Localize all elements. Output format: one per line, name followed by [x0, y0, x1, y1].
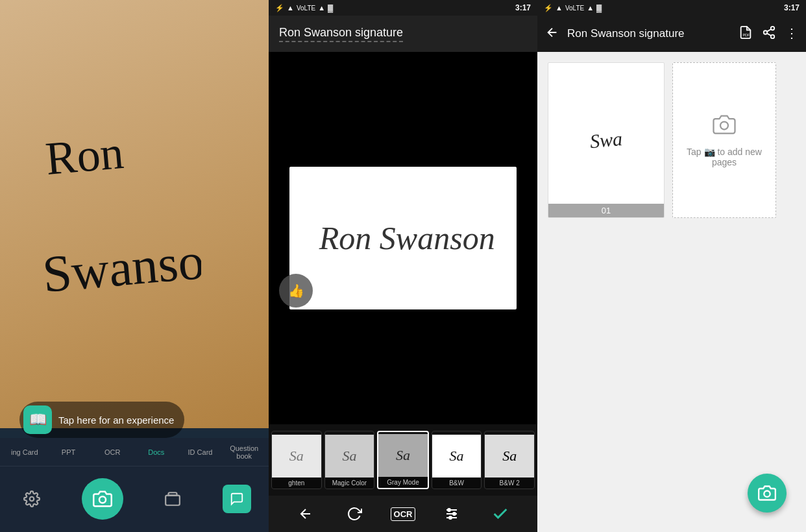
svg-point-13: [771, 26, 775, 30]
promo-banner[interactable]: 📖 Tap here for an experience: [19, 402, 184, 438]
panel1-paper-background: Ron Swanson: [0, 0, 269, 428]
signature-preview-svg: Ron Swanson: [306, 206, 500, 271]
panel-edit: ⚡ ▲ VoLTE ▲ ▓ 3:17 Ron Swanson signature…: [269, 0, 537, 532]
panel2-header: Ron Swanson signature: [269, 16, 537, 52]
ocr-button[interactable]: OCR: [389, 500, 417, 528]
settings-button[interactable]: [18, 485, 46, 513]
tab-ppt[interactable]: PPT: [47, 446, 91, 459]
back-button[interactable]: [291, 500, 320, 528]
filter-magic-thumb: Sa: [325, 435, 374, 478]
tab-docs[interactable]: Docs: [134, 446, 178, 459]
signal-icon: ▲: [287, 4, 294, 12]
filter-gray-mode[interactable]: Sa Gray Mode: [377, 431, 429, 489]
tab-id-card[interactable]: ID Card: [178, 446, 223, 459]
filter-bw-label: B&W: [432, 478, 482, 489]
svg-point-19: [764, 491, 770, 497]
battery-icon: ▓: [328, 4, 333, 12]
svg-text:Ron: Ron: [43, 127, 126, 185]
panel3-time: 3:17: [784, 3, 800, 12]
capture-button[interactable]: [82, 478, 123, 520]
filter-magic-label: Magic Color: [325, 478, 374, 489]
more-options-icon[interactable]: ⋮: [785, 25, 798, 43]
filter-bw2-thumb: Sa: [485, 435, 534, 478]
svg-point-2: [30, 497, 34, 502]
bluetooth-icon: ⚡: [275, 4, 284, 12]
svg-point-9: [448, 509, 450, 511]
panel2-status-left: ⚡ ▲ VoLTE ▲ ▓: [275, 4, 333, 12]
panel2-title: Ron Swanson signature: [279, 26, 403, 42]
panel3-header: Ron Swanson signature PDF ⋮: [537, 16, 806, 52]
panel3-signal-icon: ▲: [556, 4, 563, 12]
panel3-status-left: ⚡ ▲ VoLTE ▲ ▓: [544, 4, 602, 12]
panel2-main: Ron Swanson 👍: [269, 52, 537, 424]
panel1-action-bar: [0, 466, 269, 531]
document-preview: Ron Swanson: [289, 167, 517, 309]
svg-point-14: [764, 30, 768, 34]
panel-camera: Ron Swanson 📖 Tap here for an experience…: [0, 0, 269, 532]
svg-point-15: [771, 34, 775, 38]
stack-button[interactable]: [158, 485, 187, 513]
svg-rect-4: [165, 496, 180, 505]
page-number-1: 01: [548, 204, 664, 217]
rotate-button[interactable]: [340, 500, 369, 528]
svg-point-18: [720, 122, 728, 130]
page-thumb-1[interactable]: Swa 01: [548, 62, 665, 218]
svg-text:Ron Swanson: Ron Swanson: [319, 220, 495, 256]
svg-line-16: [767, 33, 771, 36]
tab-bar: ing Card PPT OCR Docs ID Card Question b…: [0, 438, 269, 466]
panel3-main: Swa 01 Tap 📷 to add new pages: [537, 52, 806, 532]
svg-line-17: [767, 29, 771, 31]
panel2-bottom-bar: OCR: [269, 496, 537, 532]
panel-document: ⚡ ▲ VoLTE ▲ ▓ 3:17 Ron Swanson signature…: [537, 0, 806, 532]
panel3-battery-icon: ▓: [596, 4, 602, 12]
filter-gray-thumb: Sa: [378, 434, 428, 477]
chat-button[interactable]: [223, 485, 251, 513]
panel1-signature-display: Ron Swanson: [32, 91, 201, 363]
add-page-label: Tap 📷 to add new pages: [681, 147, 768, 167]
wifi-icon: ▲: [318, 4, 325, 12]
panel2-time: 3:17: [515, 3, 531, 12]
svg-point-10: [453, 513, 456, 515]
tab-greeting-card[interactable]: ing Card: [3, 446, 47, 459]
filter-gray-label: Gray Mode: [378, 477, 428, 488]
panel2-status-bar: ⚡ ▲ VoLTE ▲ ▓ 3:17: [269, 0, 537, 16]
filter-brighten-label: ghten: [272, 478, 321, 489]
panel3-header-icons: PDF ⋮: [739, 25, 798, 43]
signature-artwork: Ron Swanson: [32, 91, 201, 363]
add-page-button[interactable]: Tap 📷 to add new pages: [672, 62, 776, 218]
filter-bw-thumb: Sa: [432, 435, 482, 478]
filter-magic-color[interactable]: Sa Magic Color: [324, 431, 375, 489]
adjust-button[interactable]: [437, 500, 466, 528]
panel3-bluetooth-icon: ⚡: [544, 4, 553, 12]
svg-point-3: [99, 496, 106, 503]
panel3-status-bar: ⚡ ▲ VoLTE ▲ ▓ 3:17: [537, 0, 806, 16]
filter-strip: Sa ghten Sa Magic Color Sa Gray Mode Sa …: [269, 424, 537, 496]
volte-badge: VoLTE: [297, 5, 315, 12]
panel3-volte-badge: VoLTE: [565, 5, 584, 12]
panel3-camera-fab[interactable]: [748, 474, 787, 513]
confirm-button[interactable]: [486, 500, 515, 528]
thumbs-button[interactable]: 👍: [279, 274, 313, 308]
page-sig-preview: Swa: [589, 128, 624, 152]
pdf-icon[interactable]: PDF: [739, 25, 753, 43]
tab-ocr[interactable]: OCR: [90, 446, 134, 459]
promo-text: Tap here for an experience: [58, 415, 174, 426]
svg-text:Swanson: Swanson: [40, 230, 201, 303]
panel3-back-button[interactable]: [545, 25, 559, 43]
svg-point-11: [449, 516, 452, 519]
filter-bw2[interactable]: Sa B&W 2: [484, 431, 535, 489]
filter-brighten[interactable]: Sa ghten: [271, 431, 322, 489]
panel1-bottom-nav: ing Card PPT OCR Docs ID Card Question b…: [0, 438, 269, 532]
share-icon[interactable]: [762, 25, 776, 43]
filter-brighten-thumb: Sa: [272, 435, 321, 478]
add-page-camera-icon: [713, 113, 736, 141]
panel3-wifi-icon: ▲: [587, 4, 594, 12]
filter-bw2-label: B&W 2: [485, 478, 534, 489]
thumbs-up-icon: 👍: [288, 283, 304, 298]
tab-question-book[interactable]: Question book: [222, 442, 266, 463]
panel3-title: Ron Swanson signature: [567, 27, 731, 40]
filter-bw[interactable]: Sa B&W: [432, 431, 482, 489]
promo-icon: 📖: [23, 405, 52, 434]
svg-text:PDF: PDF: [742, 33, 750, 37]
